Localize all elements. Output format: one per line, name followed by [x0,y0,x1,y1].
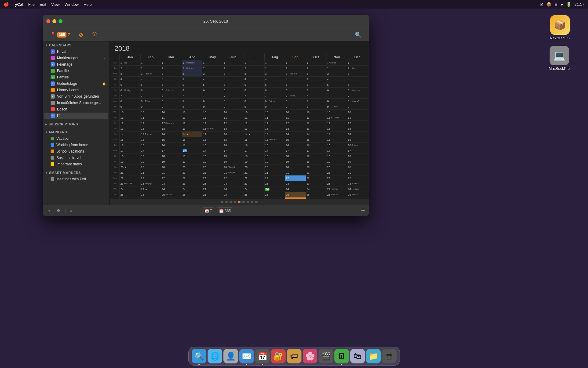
feb-16[interactable]: 16 [140,143,161,148]
apr-14[interactable]: 14▲ [182,132,202,137]
jun-23[interactable]: 23 [223,181,244,186]
jan-13[interactable]: 13 [119,126,140,131]
oct-19[interactable]: 19 [306,159,326,164]
feb-11[interactable]: 11 [140,115,161,120]
may-25[interactable]: 25 [202,192,223,197]
jun-10[interactable]: 10 [223,110,244,115]
jan-21[interactable]: 21 [119,170,140,175]
jun-1[interactable]: 1 [223,60,244,65]
aug-8[interactable]: 8Frieder [264,99,285,104]
mar-16[interactable]: 16 [161,143,182,148]
jun-3[interactable]: 3 [223,71,244,76]
mar-20[interactable]: 20 [161,164,182,170]
aug-24[interactable]: 24 [264,186,285,192]
sep-20[interactable]: 20 [285,164,306,170]
mar-24[interactable]: 24 [161,186,182,192]
may-18[interactable]: 18 [202,153,223,159]
siri-checkbox[interactable]: ✓ [51,94,55,99]
dec-18[interactable]: 18 [347,153,368,159]
mar-23[interactable]: 23 [161,181,182,186]
jan-8[interactable]: 8 [119,99,140,104]
nov-24[interactable]: 24Heilige [326,186,347,192]
page-dot-2[interactable] [225,201,228,203]
aug-12[interactable]: 12 [264,121,285,126]
dock-trash[interactable]: 🗑 [382,349,397,363]
aug-23[interactable]: 23 [264,181,285,186]
jun-2[interactable]: 2 [223,66,244,71]
oct-6[interactable]: 6 [306,88,326,93]
jan-11[interactable]: 11 [119,115,140,120]
oct-22[interactable]: 22 [306,175,326,181]
page-dot-3[interactable] [230,201,232,203]
dec-25[interactable]: 25Weihn [347,192,368,197]
feb-23[interactable]: 23Zugsp.. [140,181,161,186]
aug-5[interactable]: 5 [264,82,285,87]
jul-23[interactable]: 23 [244,181,264,186]
sep-18[interactable]: 18 [285,153,306,159]
close-button[interactable] [46,19,50,23]
sidebar-item-bosch[interactable]: Bosch [44,106,108,112]
may-4[interactable]: 4 [202,77,223,82]
may-7[interactable]: 7 [202,93,223,98]
dock-logo[interactable]: 🏷 [287,349,301,363]
jul-7[interactable]: 7 [244,93,264,98]
geburtstage-checkbox[interactable]: ✓ [51,81,55,86]
sidebar-item-it[interactable]: ✓ IT [44,113,108,119]
nov-10[interactable]: 10 [326,110,347,115]
feb-4[interactable]: 4 [140,77,161,82]
nov-19[interactable]: 19 [326,159,347,164]
sep-7[interactable]: 7Ernte.. [285,93,306,98]
nov-21[interactable]: 21 [326,170,347,175]
dec-24[interactable]: 24Heilige [347,186,368,192]
mar-10[interactable]: 10 [161,110,182,115]
jan-12[interactable]: 12 [119,121,140,126]
apr-5[interactable]: 5 [182,82,202,87]
dec-23[interactable]: 234. Heil [347,181,368,186]
jul-20[interactable]: 20 [244,164,264,170]
aug-15[interactable]: 15Maria M [264,137,285,142]
desktop-icon-macbookpro[interactable]: 💻 MacBookPro [549,46,570,71]
sidebar-item-natural[interactable]: ✓ In natürlicher Sprache ge... [44,100,108,106]
apr-16[interactable]: 16 [182,143,202,148]
mar-6[interactable]: 6Julia++ [161,88,182,93]
sep-17[interactable]: 17 [285,148,306,153]
oct-8[interactable]: 8 [306,99,326,104]
sidebar-item-geburtstage[interactable]: ✓ Geburtstage 🔔 [44,81,108,87]
jun-16[interactable]: 16 [223,143,244,148]
view-menu[interactable]: View [51,2,60,7]
apr-1[interactable]: 1Osterso [182,60,202,65]
may-5[interactable]: 5 [202,82,223,87]
jul-12[interactable]: 12 [244,121,264,126]
nov-14[interactable]: 14 [326,132,347,137]
jul-5[interactable]: 5 [244,82,264,87]
jun-4[interactable]: 4 [223,77,244,82]
dec-4[interactable]: 4 [347,77,368,82]
dock-folder[interactable]: 📁 [366,349,381,363]
nov-2[interactable]: 2 [326,66,347,71]
jan-3[interactable]: 3 [119,71,140,76]
jan-17[interactable]: 17 [119,148,140,153]
mar-11[interactable]: 11 [161,115,182,120]
jun-15[interactable]: 15 [223,137,244,142]
feb-24[interactable]: 24▲ [140,186,161,192]
oct-9[interactable]: 9 [306,104,326,109]
mar-18[interactable]: 18 [161,153,182,159]
sidebar-item-familie2[interactable]: ✓ Familie [44,74,108,80]
jun-25[interactable]: 25 [223,192,244,197]
page-dot-8[interactable] [251,201,253,203]
jul-9[interactable]: 9 [244,104,264,109]
sep-2[interactable]: 2 [285,66,306,71]
sep-6[interactable]: 6 [285,88,306,93]
feb-7[interactable]: 7 [140,93,161,98]
nov-4[interactable]: 4 [326,77,347,82]
dock-mail[interactable]: ✉️ [239,349,254,363]
nov-7[interactable]: 7 [326,93,347,98]
apr-7[interactable]: 7 [182,93,202,98]
feb-3[interactable]: 3Florian [140,71,161,76]
apr-13[interactable]: 13 [182,126,202,131]
page-dot-6[interactable] [242,201,245,203]
privat-checkbox[interactable]: ✓ [51,49,55,54]
feb-10[interactable]: 10 [140,110,161,115]
dock-calendar[interactable]: 📅 [255,349,270,363]
dec-12[interactable]: 12 [347,121,368,126]
